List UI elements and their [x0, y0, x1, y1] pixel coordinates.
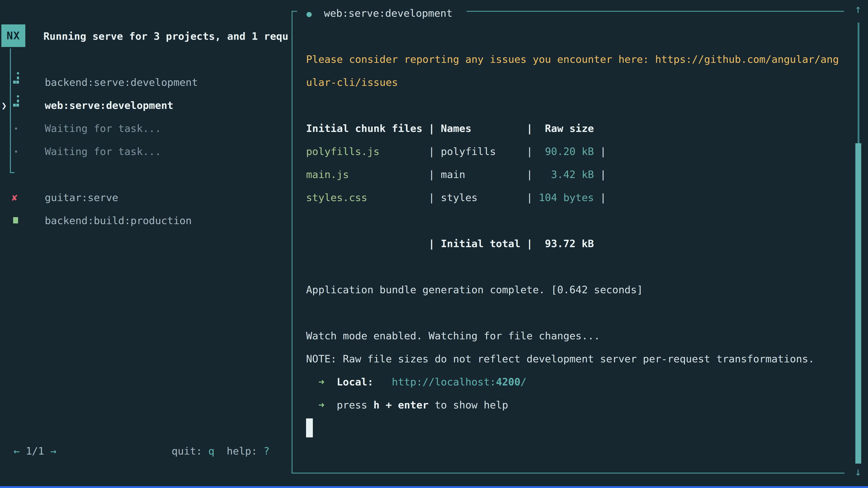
quit-hint-label: quit: [172, 445, 209, 457]
sidebar-item-backend-serve[interactable]: backend:serve:development [45, 71, 198, 94]
pipe: | [429, 145, 441, 158]
bundle-complete-message: Application bundle generation complete. … [306, 278, 643, 301]
panel-border-left [291, 11, 292, 474]
bottom-accent-bar [0, 486, 868, 488]
table-row: styles.css | styles | 104 bytes | [306, 186, 606, 209]
bullet-icon: ● [307, 9, 312, 19]
table-header: Initial chunk files | Names | Raw size [306, 117, 594, 140]
chunk-name: polyfills [441, 145, 526, 158]
help-hint-label: help: [215, 445, 264, 457]
sidebar-item-web-serve[interactable]: web:serve:development [45, 94, 174, 117]
help-post: to show help [429, 399, 508, 411]
arrow-right-icon: ➜ [306, 376, 324, 388]
local-server-line: ➜ Local: http://localhost:4200/ [306, 370, 526, 394]
pager: ← 1/1 → [13, 440, 57, 463]
chunk-size: 104 bytes [539, 192, 594, 203]
waiting-dot-icon [15, 151, 17, 153]
panel-title-label: web:serve:development [312, 7, 453, 19]
chunk-file: styles.css [306, 192, 429, 203]
sidebar-item-backend-build[interactable]: backend:build:production [45, 209, 192, 232]
pipe: | [594, 168, 606, 181]
pipe: | [526, 192, 539, 203]
gap [373, 376, 392, 388]
panel-border-top-stub [291, 11, 297, 12]
url-base: http://localhost: [392, 376, 496, 388]
chunk-file: polyfills.js [306, 145, 429, 158]
nx-logo: NX [1, 24, 25, 47]
scroll-up-icon[interactable]: ↑ [851, 2, 865, 16]
success-square-icon [13, 217, 18, 223]
sidebar-item-guitar-serve[interactable]: guitar:serve [45, 186, 118, 209]
help-pre: press [324, 399, 373, 411]
tree-branch-line [10, 48, 11, 173]
help-key: ? [264, 445, 270, 457]
table-row: main.js | main | 3.42 kB | [306, 163, 606, 186]
chunk-name: styles [441, 192, 526, 203]
error-cross-icon: ✘ [12, 186, 18, 209]
watch-mode-message: Watch mode enabled. Watching for file ch… [306, 324, 600, 348]
waiting-dot-icon [15, 127, 17, 130]
issues-notice-line1[interactable]: Please consider reporting any issues you… [306, 48, 839, 71]
pipe: | [429, 192, 441, 203]
raw-size-note: NOTE: Raw file sizes do not reflect deve… [306, 348, 814, 370]
sidebar-item-waiting-2[interactable]: Waiting for task... [45, 140, 161, 163]
scrollbar-thumb[interactable] [855, 143, 861, 464]
pipe: | [429, 168, 441, 181]
pager-next-arrow[interactable]: → [51, 445, 57, 457]
panel-title: ● web:serve:development [307, 2, 453, 25]
pager-prev-arrow[interactable]: ← [13, 445, 20, 457]
sidebar-item-waiting-1[interactable]: Waiting for task... [45, 117, 161, 140]
pipe: | [594, 192, 606, 203]
local-label: Local: [324, 376, 373, 388]
sidebar-header: Running serve for 3 projects, and 1 requ [43, 25, 288, 48]
spinner-icon [13, 72, 19, 84]
arrow-right-icon: ➜ [306, 399, 324, 411]
panel-border-bottom [291, 473, 844, 474]
nx-terminal-ui: NX Running serve for 3 projects, and 1 r… [0, 0, 868, 488]
chunk-name: main [441, 168, 526, 181]
url-slash: / [520, 376, 526, 388]
localhost-url[interactable]: http://localhost:4200/ [392, 376, 526, 388]
issues-notice-line2[interactable]: ular-cli/issues [306, 71, 398, 94]
pipe: | [526, 168, 551, 181]
url-port: 4200 [496, 376, 520, 388]
panel-border-top [467, 11, 844, 12]
help-line: ➜ press h + enter to show help [306, 394, 508, 417]
terminal-cursor [306, 418, 313, 437]
chunk-size: 3.42 kB [551, 168, 594, 181]
table-row: polyfills.js | polyfills | 90.20 kB | [306, 140, 606, 163]
tree-branch-elbow [10, 172, 14, 173]
scroll-down-icon[interactable]: ↓ [851, 465, 865, 479]
spinner-icon [13, 95, 19, 107]
keyboard-hints: quit: q help: ? [172, 440, 270, 463]
chunk-size: 90.20 kB [545, 145, 594, 158]
scrollbar-track[interactable] [858, 23, 860, 143]
pager-label: 1/1 [20, 445, 50, 457]
quit-key: q [209, 445, 215, 457]
chunk-file: main.js [306, 168, 429, 181]
table-total-row: | Initial total | 93.72 kB [306, 232, 594, 255]
pipe: | [594, 145, 606, 158]
pipe: | [526, 145, 545, 158]
help-keys: h + enter [373, 399, 429, 411]
chevron-right-icon: ❯ [1, 94, 7, 117]
